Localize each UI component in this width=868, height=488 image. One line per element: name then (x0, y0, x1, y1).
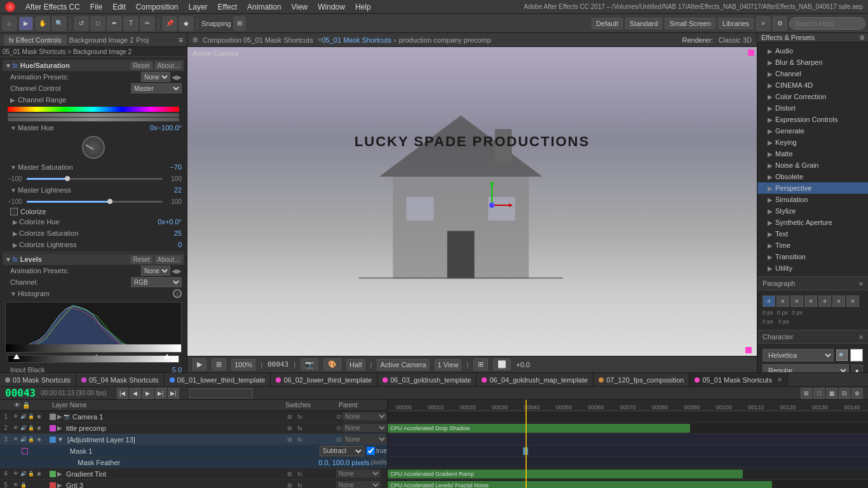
effect-utility[interactable]: ▶ Utility (757, 262, 868, 274)
playhead[interactable] (526, 400, 527, 488)
paragraph-menu-btn[interactable]: ≡ (859, 280, 863, 287)
toolbar-home-btn[interactable]: ⌂ (3, 17, 17, 30)
layer-4-expand[interactable]: ▶ (56, 470, 64, 477)
fx-hue-sat-about[interactable]: About... (155, 62, 182, 70)
font-color-swatch[interactable] (850, 349, 863, 362)
effect-matte[interactable]: ▶ Matte (757, 148, 868, 159)
align-justify-center[interactable]: ≡ (818, 295, 831, 307)
comp-views[interactable]: 1 View (435, 359, 462, 370)
font-style-select[interactable]: Regular (763, 364, 849, 372)
toolbar-settings[interactable]: ⚙ (773, 17, 787, 30)
layer-2-parent-select[interactable]: None (342, 424, 387, 432)
menu-view[interactable]: View (286, 3, 313, 11)
layer-3-expand[interactable]: ▼ (56, 436, 65, 443)
track-4-bar[interactable]: CPU Accelerated Gradient Ramp (388, 470, 743, 478)
menu-file[interactable]: File (85, 3, 107, 11)
tl-option-5[interactable]: ⊕ (851, 388, 863, 399)
channel-control-select[interactable]: Master (131, 83, 182, 93)
layer-5-prop-2[interactable]: fx (295, 481, 304, 489)
layer-2-solo[interactable]: ◉ (36, 425, 42, 431)
panel-menu-btn[interactable]: ≡ (179, 36, 183, 44)
mask-feather-value[interactable]: 0.0, 100.0 pixels (318, 459, 369, 466)
levels-presets-next[interactable]: ▶ (177, 268, 182, 274)
toolbar-rotate-btn[interactable]: ↺ (74, 17, 88, 30)
comp-preview-btn[interactable]: ⊞ (212, 358, 226, 370)
effect-obsolete[interactable]: ▶ Obsolete (757, 171, 868, 182)
effect-synthetic-aperture[interactable]: ▶ Synthetic Aperture (757, 217, 868, 228)
layer-2-vis[interactable]: 👁 (13, 425, 19, 431)
hue-sat-presets-next[interactable]: ▶ (177, 74, 182, 81)
layer-3-prop-1[interactable]: ⊞ (285, 435, 294, 444)
effect-keying[interactable]: ▶ Keying (757, 137, 868, 148)
align-justify[interactable]: ≡ (804, 295, 817, 307)
comp-active-camera[interactable]: Active Camera (377, 359, 429, 370)
tab-05-04-mask[interactable]: 05_04 Mask Shortcuts (76, 373, 164, 386)
workspace-libraries[interactable]: Libraries (718, 18, 754, 29)
layer-2-expand[interactable]: ▶ (56, 424, 64, 431)
levels-input-slider[interactable] (8, 355, 179, 363)
layer-4-prop-2[interactable]: fx (295, 470, 304, 478)
master-sat-slider[interactable] (27, 178, 163, 180)
tl-first-frame[interactable]: |◀ (117, 388, 128, 399)
levels-channel-select[interactable]: RGB (131, 277, 182, 287)
tab-06-01-lower[interactable]: 06_01_lower_third_template (165, 373, 271, 386)
toolbar-shape-btn[interactable]: ◆ (179, 17, 193, 30)
align-right[interactable]: ≡ (790, 295, 803, 307)
comp-name-link[interactable]: 05_01 Mask Shortcuts (322, 36, 391, 44)
comp-mask-btn[interactable]: ⬜ (493, 358, 511, 370)
font-family-select[interactable]: Helvetica (763, 349, 834, 362)
layer-5-lock[interactable]: 🔒 (20, 482, 27, 489)
font-style-swatch[interactable]: ■ (851, 365, 863, 372)
comp-camera-icon[interactable]: 📷 (301, 358, 318, 370)
search-input[interactable] (789, 17, 865, 30)
layer-1-solo[interactable]: ◉ (36, 414, 42, 420)
fx-hue-sat-header[interactable]: ▼ fx Hue/Saturation Reset About... (3, 60, 184, 71)
tab-close-btn[interactable]: ✕ (777, 376, 782, 383)
layer-1-audio[interactable]: 🔊 (20, 414, 27, 420)
colorize-sat-value[interactable]: 25 (174, 229, 182, 237)
levels-presets-select[interactable]: None (141, 266, 170, 276)
menu-aftereffects[interactable]: After Effects CC (20, 3, 85, 11)
effect-audio[interactable]: ▶ Audio (757, 45, 868, 57)
effect-expression-controls[interactable]: ▶ Expression Controls (757, 114, 868, 125)
comp-play-btn[interactable]: ▶ (193, 358, 207, 370)
colorize-hue-value[interactable]: 0x+0.0° (158, 218, 182, 226)
fx-levels-header[interactable]: ▼ fx Levels Reset About... (3, 254, 184, 265)
workspace-default[interactable]: Default (592, 18, 623, 29)
character-menu-btn[interactable]: ≡ (859, 334, 863, 341)
toolbar-brush-btn[interactable]: ✏ (140, 17, 154, 30)
effect-text[interactable]: ▶ Text (757, 228, 868, 240)
colorize-checkbox[interactable] (10, 208, 18, 215)
menu-edit[interactable]: Edit (107, 3, 131, 11)
master-luma-slider[interactable] (27, 201, 163, 203)
tl-option-1[interactable]: ⊞ (801, 388, 812, 399)
gamma-handle[interactable] (93, 354, 100, 359)
master-sat-value[interactable]: −70 (170, 163, 182, 171)
align-justify-right[interactable]: ≡ (832, 295, 845, 307)
tl-prev-frame[interactable]: ◀ (130, 388, 141, 399)
tab-03-mask[interactable]: 03 Mask Shortcuts (0, 373, 76, 386)
layer-3-lock[interactable]: 🔒 (28, 437, 34, 443)
track-5-bar[interactable]: CPU Accelerated Levels/ Fractal Noise (388, 481, 772, 488)
tl-play[interactable]: ▶ (142, 388, 154, 399)
comp-zoom-value[interactable]: 100% (231, 359, 255, 370)
snapping-toggle[interactable]: ⊞ (234, 17, 245, 30)
effect-generate[interactable]: ▶ Generate (757, 125, 868, 137)
effect-noise-grain[interactable]: ▶ Noise & Grain (757, 159, 868, 171)
layer-5-expand[interactable]: ▶ (56, 482, 64, 488)
input-white-handle[interactable] (164, 354, 170, 359)
toolbar-hand-btn[interactable]: ✋ (36, 17, 50, 30)
layer-4-audio[interactable]: 🔊 (20, 471, 27, 477)
effect-blur-sharpen[interactable]: ▶ Blur & Sharpen (757, 57, 868, 68)
layer-3-solo[interactable]: ◉ (36, 437, 42, 443)
layer-5-parent-select[interactable]: None (336, 481, 381, 488)
menu-layer[interactable]: Layer (184, 3, 213, 11)
toolbar-pen-btn[interactable]: ✒ (107, 17, 121, 30)
effect-cinema4d[interactable]: ▶ CINEMA 4D (757, 79, 868, 91)
layer-1-expand[interactable]: ▶ (56, 413, 64, 420)
workspace-small-screen[interactable]: Small Screen (665, 18, 715, 29)
tab-06-03-goldrush[interactable]: 06_03_goldrush_template (377, 373, 477, 386)
tl-last-frame[interactable]: ▶| (168, 388, 179, 399)
layer-1-prop-2[interactable]: fx (295, 412, 304, 421)
layer-3-parent-select[interactable]: None (342, 435, 387, 444)
